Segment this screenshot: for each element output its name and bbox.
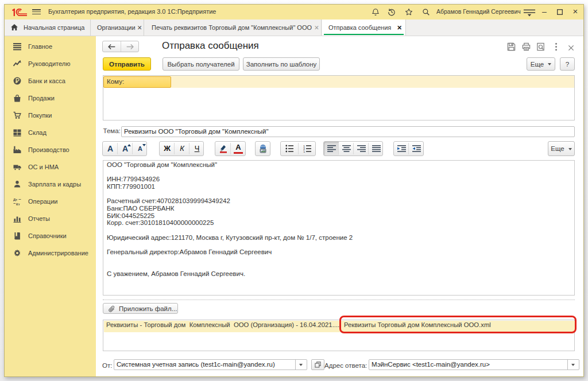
tab-close-icon[interactable]: ✕ [137,20,143,36]
sidebar-item-label: Главное [28,38,52,55]
save-icon[interactable] [507,42,516,51]
sidebar-item-references[interactable]: Справочники [5,227,96,244]
tab-bar: Начальная страница Организации✕ Печать р… [5,20,583,36]
sidebar-item-label: Производство [28,141,69,158]
align-left-button[interactable] [324,142,339,155]
menu-lines-icon [13,42,21,50]
minimize-button[interactable]: – [540,5,549,20]
fill-by-template-button[interactable]: Заполнить по шаблону [243,57,320,71]
underline-letter: Ч [195,144,200,153]
bold-button[interactable]: Ж [160,142,175,155]
preview-icon[interactable] [536,42,545,51]
current-user[interactable]: Абрамов Геннадий Сергеевич [436,5,521,20]
sidebar-item-sales[interactable]: Продажи [5,90,96,107]
sidebar-item-label: ОС и НМА [28,158,59,176]
field-value: МэйнСервис <test1c-main@yandex.ru> [372,361,490,368]
form-more-button[interactable]: Еще [527,57,555,71]
sidebar-item-warehouse[interactable]: Склад [5,124,96,141]
font-color-button[interactable]: А [231,142,246,155]
align-justify-button[interactable] [369,142,384,155]
dropdown-arrow-icon[interactable] [295,360,307,370]
svg-text:Кт: Кт [16,203,20,206]
sidebar-item-label: Отчеты [28,210,50,227]
to-field-button[interactable]: Кому: [103,76,171,88]
more-dots-icon[interactable] [555,42,558,51]
subject-input[interactable]: Реквизиты ООО "Торговый дом "Комплексный… [121,126,575,137]
bag-icon [13,94,21,102]
sidebar-item-main[interactable]: Главное [5,38,96,55]
trend-arrow-icon [13,60,21,68]
color-group: А [215,141,246,156]
separator-dotted [103,300,575,300]
tab-close-icon[interactable]: ✕ [314,20,320,36]
sidebar-item-purchases[interactable]: Покупки [5,107,96,124]
send-button[interactable]: Отправить [103,57,151,71]
font-letter: А [138,145,142,152]
italic-button[interactable]: К [175,142,189,155]
pallet-icon [13,129,21,137]
dropdown-arrow-icon[interactable] [567,360,579,370]
sidebar-item-fixed-assets[interactable]: ОС и НМА [5,158,96,176]
maximize-button[interactable] [557,9,563,15]
indent-button[interactable] [394,142,409,155]
recipients-area[interactable]: Кому: [103,75,575,120]
send-message-form: Отправка сообщения Отправить Выбрать пол… [96,36,583,376]
tab-print-requisites[interactable]: Печать реквизитов Торговый дом "Комплекс… [145,20,322,36]
sidebar-item-bank-cash[interactable]: Банк и касса [5,72,96,90]
main-menu-icon[interactable] [32,9,41,15]
sidebar-item-label: Руководителю [28,55,70,72]
button-label: Еще [551,145,564,152]
reply-address-select[interactable]: МэйнСервис <test1c-main@yandex.ru> [369,359,579,370]
form-title: Отправка сообщения [162,40,259,52]
tab-home[interactable]: Начальная страница [5,20,91,36]
search-icon[interactable] [422,8,430,16]
button-label: Приложить файл... [119,305,177,312]
message-body-area[interactable]: ООО "Торговый дом "Комплексный" ИНН:7799… [103,160,575,296]
history-icon[interactable] [388,8,396,16]
bullet-list-button[interactable] [281,142,299,155]
home-icon [11,24,18,30]
close-window-button[interactable]: × [571,5,580,20]
tab-organizations[interactable]: Организации✕ [91,20,144,36]
toolbar-more-button[interactable]: Еще [548,141,575,156]
forward-button[interactable] [121,41,139,52]
insert-image-button[interactable] [256,142,270,155]
font-decrease-button[interactable]: А [133,142,148,155]
align-right-button[interactable] [354,142,369,155]
back-button[interactable] [103,41,121,52]
underline-button[interactable]: Ч [189,142,204,155]
reply-address-label: Адрес ответа: [324,362,367,369]
font-name-button[interactable]: А [103,142,118,155]
sidebar-item-manager[interactable]: Руководителю [5,55,96,72]
sidebar-item-label: Покупки [28,107,52,124]
help-button[interactable]: ? [560,57,575,71]
tab-close-icon[interactable]: ✕ [396,20,403,36]
title-bar: Бухгалтерия предприятия, редакция 3.0 1С… [5,5,583,20]
align-center-button[interactable] [339,142,354,155]
close-form-icon[interactable] [568,44,574,52]
numbered-list-button[interactable]: 123 [299,142,316,155]
attach-file-button[interactable]: Приложить файл... [103,303,178,314]
service-menu-icon[interactable] [523,8,536,17]
sidebar-item-label: Склад [28,124,47,141]
sidebar-item-production[interactable]: Производство [5,141,96,158]
sidebar-item-label: Продажи [28,90,55,107]
favorites-star-icon[interactable] [405,8,413,16]
print-icon[interactable] [522,42,531,51]
from-select[interactable]: Системная учетная запись (test1c-main@ya… [114,359,307,370]
sidebar-item-salary-hr[interactable]: Зарплата и кадры [5,176,96,193]
font-increase-button[interactable]: А [118,142,133,155]
list-group: 123 [280,141,316,156]
outdent-button[interactable] [409,142,424,155]
sidebar-item-reports[interactable]: Отчеты [5,210,96,227]
sidebar-item-operations[interactable]: ДтКт Операции [5,193,96,210]
tab-send-message[interactable]: Отправка сообщения✕ [322,20,406,36]
choose-recipients-button[interactable]: Выбрать получателей [163,57,239,71]
attachment-item[interactable]: Реквизиты - Торговый дом Комплексный ООО… [106,321,339,331]
app-window: Бухгалтерия предприятия, редакция 3.0 1С… [4,4,584,377]
highlight-color-button[interactable] [215,142,231,155]
notifications-bell-icon[interactable] [372,8,380,16]
font-group: А А А [102,141,147,156]
sidebar-item-administration[interactable]: Администрирование [5,244,96,262]
open-account-button[interactable] [311,359,324,370]
